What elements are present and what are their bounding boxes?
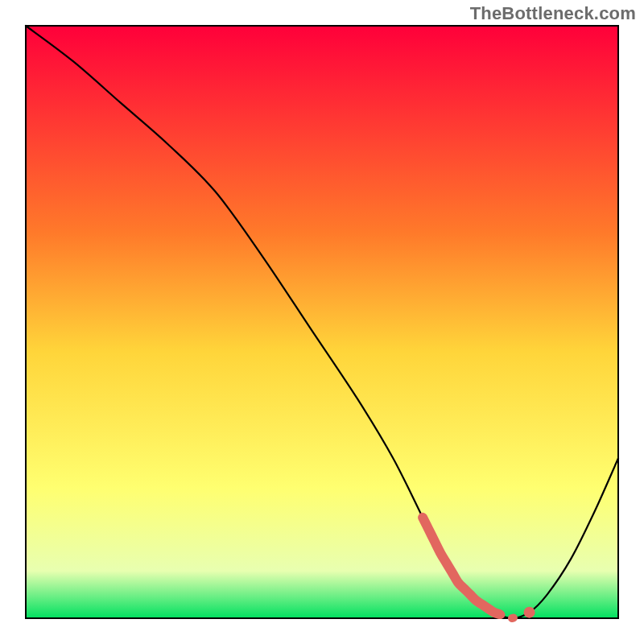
- bottleneck-chart: [0, 0, 644, 644]
- watermark-label: TheBottleneck.com: [470, 3, 636, 24]
- highlight-dot: [524, 607, 535, 618]
- plot-background: [26, 26, 618, 618]
- chart-stage: TheBottleneck.com: [0, 0, 644, 644]
